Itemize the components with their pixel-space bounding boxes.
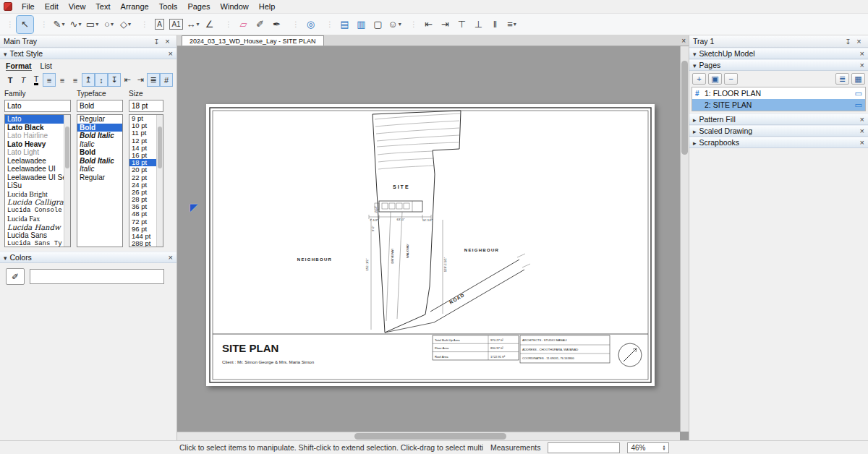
size-item[interactable]: 12 pt: [129, 137, 163, 145]
family-item[interactable]: Lucida Sans: [5, 231, 70, 240]
building-footprint[interactable]: [375, 201, 422, 212]
size-item[interactable]: 26 pt: [129, 189, 163, 196]
rectangle-tool-button[interactable]: ▭▾: [84, 16, 101, 33]
family-item[interactable]: Lato Light: [5, 148, 70, 157]
size-item[interactable]: 72 pt: [129, 218, 163, 226]
align-top-button[interactable]: ⊤: [454, 16, 470, 33]
pattern-fill-section-header[interactable]: Pattern Fill: [689, 113, 868, 125]
dimension-tool-button[interactable]: ↔▾: [184, 16, 201, 33]
family-item[interactable]: Lato Hairline: [5, 132, 70, 140]
site-label[interactable]: SITE: [393, 184, 410, 189]
area-table[interactable]: Total Built-Up Area 970.27 ft² Floor Are…: [433, 335, 519, 360]
size-item[interactable]: 36 pt: [129, 203, 163, 210]
text-tool-button[interactable]: A: [151, 16, 168, 33]
align-right-button[interactable]: ⇥: [437, 16, 454, 33]
grid-view-button[interactable]: ▦: [851, 73, 865, 85]
page-item[interactable]: 2: SITE PLAN▭: [692, 99, 865, 111]
architect-block[interactable]: ARCHITECTS - STUDIO MANALI ADDRESS - CHO…: [520, 335, 610, 363]
measurements-input[interactable]: [548, 442, 620, 453]
collapse-arrow-icon[interactable]: [693, 138, 697, 147]
scrapbooks-section-header[interactable]: Scrapbooks: [689, 137, 868, 148]
collapse-arrow-icon[interactable]: [693, 127, 697, 135]
page-border[interactable]: [210, 108, 651, 382]
typeface-item[interactable]: Italic: [77, 140, 122, 149]
pages-section-header[interactable]: Pages: [689, 59, 868, 71]
text-style-section-header[interactable]: Text Style: [0, 48, 176, 59]
family-item[interactable]: Lucida Bright: [5, 190, 70, 199]
collapse-arrow-icon[interactable]: [693, 115, 697, 124]
circle-tool-button[interactable]: ○▾: [101, 16, 117, 33]
align-right-button[interactable]: ≡: [69, 74, 81, 86]
typeface-item[interactable]: Bold Italic: [77, 157, 122, 166]
increase-indent-button[interactable]: ⇥: [135, 74, 146, 86]
color-swatch[interactable]: [30, 269, 164, 284]
close-icon[interactable]: [854, 37, 864, 46]
select-tool-button[interactable]: ↖: [17, 16, 33, 33]
menu-item[interactable]: Window: [216, 1, 254, 12]
family-item[interactable]: Leelawadee UI: [5, 165, 70, 174]
close-icon[interactable]: [860, 115, 864, 124]
close-icon[interactable]: [860, 61, 864, 69]
driveway-lines[interactable]: DRIVEWAY WALKWAY: [386, 212, 409, 321]
client-line[interactable]: Client : Mr. Simon George & Mrs. Maria S…: [222, 359, 315, 364]
size-item[interactable]: 11 pt: [129, 129, 163, 137]
close-document-icon[interactable]: ×: [681, 37, 686, 45]
family-item[interactable]: Lato: [5, 115, 70, 124]
site-plan-drawing[interactable]: SITE: [206, 104, 655, 386]
account-button[interactable]: ☺▾: [386, 16, 403, 33]
insert-image-button[interactable]: ▥: [353, 16, 370, 33]
close-icon[interactable]: [162, 37, 173, 46]
eraser-tool-button[interactable]: ▱: [235, 16, 252, 33]
close-icon[interactable]: [860, 49, 864, 58]
document-setup-button[interactable]: ▢: [370, 16, 386, 33]
menu-item[interactable]: Help: [254, 1, 281, 12]
family-item[interactable]: Lato Black: [5, 124, 70, 132]
decrease-indent-button[interactable]: ⇤: [122, 74, 133, 86]
polygon-tool-button-caret[interactable]: ▾: [128, 21, 131, 27]
collapse-arrow-icon[interactable]: [4, 253, 7, 262]
tab-format[interactable]: Format: [6, 61, 32, 71]
family-item[interactable]: Leelawadee UI Sem: [5, 174, 70, 182]
tab-list[interactable]: List: [41, 61, 52, 71]
north-arrow[interactable]: [618, 343, 642, 367]
duplicate-page-button[interactable]: ▣: [708, 73, 722, 85]
align-left-button[interactable]: ⇤: [420, 16, 437, 33]
menu-item[interactable]: Pages: [182, 1, 215, 12]
line-tool-button-caret[interactable]: ▾: [61, 21, 64, 27]
size-item[interactable]: 10 pt: [129, 122, 163, 129]
family-item[interactable]: Lucida Calligra: [5, 198, 70, 207]
number-list-button[interactable]: #: [161, 74, 172, 86]
align-left-button[interactable]: ≡: [43, 74, 55, 86]
family-item[interactable]: Lato Heavy: [5, 140, 70, 149]
zoom-control[interactable]: 46% ▲▼: [627, 442, 669, 453]
eyedropper-button[interactable]: ✐: [6, 268, 25, 285]
menu-item[interactable]: File: [17, 1, 40, 12]
rectangle-tool-button-caret[interactable]: ▾: [95, 21, 98, 27]
collapse-arrow-icon[interactable]: [693, 61, 697, 69]
distribute-vertical-button-caret[interactable]: ▾: [514, 21, 516, 27]
vertical-scrollbar-thumb[interactable]: [681, 61, 688, 155]
typeface-item[interactable]: Bold: [77, 124, 122, 132]
collapse-arrow-icon[interactable]: [693, 49, 697, 58]
anchor-bottom-button[interactable]: ↧: [109, 74, 120, 86]
size-item[interactable]: 24 pt: [129, 181, 163, 189]
typeface-item[interactable]: Bold: [77, 148, 122, 157]
sketchup-model-button[interactable]: ▤: [336, 16, 353, 33]
menu-item[interactable]: Tools: [154, 1, 183, 12]
document-tab[interactable]: 2024_03_13_WD_House_Lay - SITE PLAN: [182, 35, 324, 46]
zoom-spinner-icon[interactable]: ▲▼: [663, 445, 666, 450]
drawing-canvas[interactable]: SITE: [177, 46, 689, 440]
sketchup-model-section-header[interactable]: SketchUp Model: [689, 48, 868, 59]
size-item[interactable]: 9 pt: [129, 115, 163, 122]
distribute-horizontal-button[interactable]: ‖: [487, 16, 503, 33]
size-item[interactable]: 18 pt: [129, 159, 163, 166]
menu-item[interactable]: Text: [90, 1, 115, 12]
text-color-button[interactable]: T: [30, 74, 42, 86]
paper-sheet[interactable]: SITE: [206, 104, 655, 386]
colors-section-header[interactable]: Colors: [0, 252, 176, 263]
align-bottom-button[interactable]: ⊥: [470, 16, 487, 33]
angle-dimension-button[interactable]: ∠: [201, 16, 218, 33]
anchor-top-button[interactable]: ↥: [82, 74, 94, 86]
menu-item[interactable]: Arrange: [116, 1, 154, 12]
collapse-arrow-icon[interactable]: [4, 49, 7, 58]
